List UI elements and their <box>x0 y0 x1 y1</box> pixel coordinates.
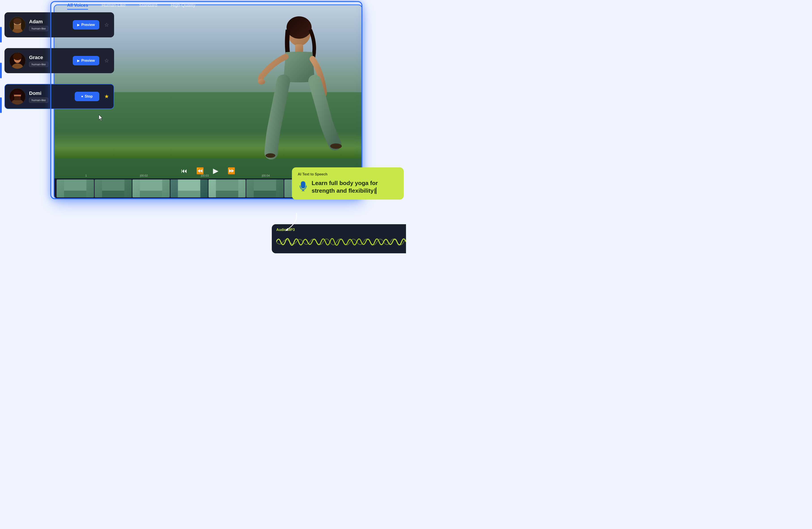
waveform <box>276 234 406 250</box>
rewind-button[interactable]: ⏪ <box>196 167 204 174</box>
tts-card-title: AI Text to Speech <box>298 172 398 176</box>
voice-info-adam: Adam human-like <box>29 19 69 31</box>
stop-label-domi: Stop <box>85 95 93 98</box>
preview-button-adam[interactable]: ▶ Preview <box>73 20 99 30</box>
timestamp-4: |00:04 <box>262 174 270 177</box>
svg-rect-13 <box>178 191 200 197</box>
svg-rect-9 <box>102 191 125 197</box>
svg-point-24 <box>13 18 21 24</box>
preview-button-grace[interactable]: ▶ Preview <box>73 56 99 65</box>
svg-point-5 <box>330 143 342 149</box>
voice-info-grace: Grace human-like <box>29 55 69 67</box>
yoga-figure <box>236 10 344 166</box>
tts-content: ✦ ✦ Learn full body yoga for strength an… <box>298 180 398 195</box>
voice-name-domi: Domi <box>29 90 71 96</box>
star-domi[interactable]: ★ <box>104 93 109 100</box>
thumbnail-2 <box>95 180 132 197</box>
thumbnail-6 <box>246 180 284 197</box>
svg-point-28 <box>13 53 22 60</box>
svg-rect-31 <box>14 96 20 100</box>
timestamp-3: |00:03 <box>201 174 209 177</box>
fast-forward-button[interactable]: ⏩ <box>228 167 235 174</box>
svg-rect-25 <box>14 25 21 29</box>
accent-line-1 <box>0 27 2 43</box>
tts-text: Learn full body yoga for strength and fl… <box>311 180 398 195</box>
svg-rect-17 <box>254 191 276 197</box>
mic-icon: ✦ ✦ <box>298 180 308 191</box>
voice-badge-grace: human-like <box>29 62 48 67</box>
preview-label-grace: Preview <box>82 59 95 63</box>
svg-point-1 <box>287 16 311 39</box>
accent-line-3 <box>0 97 2 113</box>
skip-back-button[interactable]: ⏮ <box>181 167 187 174</box>
avatar-domi <box>10 88 26 104</box>
star-grace[interactable]: ☆ <box>104 58 109 64</box>
thumbnail-3 <box>132 180 170 197</box>
tts-text-content: Learn full body yoga for strength and fl… <box>311 180 378 194</box>
voice-badge-adam: human-like <box>29 26 48 31</box>
voice-card-grace: Grace human-like ▶ Preview ☆ <box>4 48 114 73</box>
voice-info-domi: Domi human-like <box>29 90 71 103</box>
tab-standard[interactable]: Standard <box>139 3 157 9</box>
thumbnail-4 <box>171 180 208 197</box>
svg-marker-36 <box>285 228 288 231</box>
star-adam[interactable]: ☆ <box>104 22 109 28</box>
svg-point-4 <box>265 153 275 158</box>
timestamp-1: 1 <box>85 174 87 177</box>
voice-name-grace: Grace <box>29 55 69 60</box>
voice-badge-domi: human-like <box>29 98 48 103</box>
tab-human-like[interactable]: Human-Like <box>102 3 126 9</box>
thumbnail-5 <box>208 180 246 197</box>
play-icon-grace: ▶ <box>77 59 79 62</box>
arrow-connector <box>283 212 299 232</box>
timestamp-2: |00:02 <box>140 174 148 177</box>
tts-card: AI Text to Speech ✦ ✦ Learn full body yo… <box>292 167 404 200</box>
stop-button-domi[interactable]: ■ Stop <box>75 92 99 101</box>
svg-rect-15 <box>216 191 238 197</box>
svg-point-3 <box>258 79 265 84</box>
avatar-grace <box>10 53 26 69</box>
svg-text:✦: ✦ <box>306 186 307 187</box>
voice-card-adam: Adam human-like ▶ Preview ☆ <box>4 12 114 37</box>
preview-label-adam: Preview <box>82 23 95 27</box>
accent-line-2 <box>0 63 2 78</box>
svg-rect-7 <box>64 191 86 197</box>
svg-rect-11 <box>140 191 162 197</box>
text-cursor: | <box>374 187 376 194</box>
voice-name-adam: Adam <box>29 19 69 25</box>
tab-all-voices[interactable]: All Voices <box>67 3 88 9</box>
thumbnail-1 <box>57 180 94 197</box>
mouse-cursor <box>98 114 103 121</box>
avatar-adam <box>10 17 26 33</box>
voice-card-domi: Domi human-like ■ Stop ★ <box>4 84 114 109</box>
stop-icon-domi: ■ <box>82 95 83 98</box>
tab-high-quality[interactable]: High-Quality <box>171 3 195 9</box>
tabs-bar: All Voices Human-Like Standard High-Qual… <box>54 0 406 12</box>
play-icon-adam: ▶ <box>77 23 79 27</box>
